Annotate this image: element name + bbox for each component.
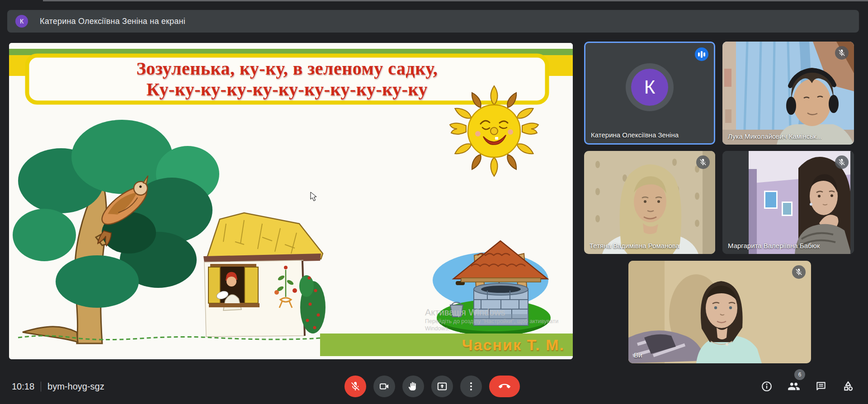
- windows-activation-watermark: Активація Windows Перейдіть до розділу "…: [425, 307, 573, 332]
- people-icon: [788, 380, 800, 393]
- slide-title-line2: Ку-ку-ку-ку-ку-ку-ку-ку-ку-ку-ку: [27, 79, 547, 100]
- mic-muted-icon: [696, 155, 710, 169]
- avatar-ring: К: [626, 63, 674, 111]
- clock: 10:18: [12, 381, 34, 392]
- participant-video: [584, 151, 715, 254]
- participant-name: Ви: [634, 351, 642, 359]
- participant-tile-tetiana[interactable]: Тетяна Вадимівна Романова: [584, 151, 715, 254]
- present-screen-button[interactable]: [431, 376, 453, 397]
- more-options-button[interactable]: [460, 376, 482, 397]
- chat-icon: [815, 381, 827, 392]
- screen-share-stage[interactable]: Зозуленька, ку-ку, в зеленому садку, Ку-…: [9, 43, 573, 359]
- slide-title: Зозуленька, ку-ку, в зеленому садку, Ку-…: [27, 58, 547, 100]
- participant-tile-katerina[interactable]: К Катерина Олексіївна Зеніна: [584, 42, 715, 145]
- mic-toggle-button[interactable]: [344, 376, 366, 397]
- participant-video: [628, 261, 811, 363]
- slide-title-line1: Зозуленька, ку-ку, в зеленому садку,: [27, 58, 547, 79]
- mic-muted-icon: [792, 265, 806, 279]
- avatar-letter: К: [644, 76, 655, 98]
- meeting-details-button[interactable]: [760, 380, 773, 393]
- slide-credit-text: Часник Т. М.: [462, 336, 565, 354]
- end-call-icon: [499, 381, 510, 392]
- presenter-avatar-letter: К: [20, 18, 24, 25]
- meeting-control-bar: 10:18 bym-hoyg-sgz: [0, 369, 868, 404]
- speaking-indicator-icon: [695, 47, 708, 61]
- google-meet-window: К Катерина Олексіївна Зеніна на екрані: [0, 0, 868, 404]
- participant-name: Тетяна Вадимівна Романова: [590, 242, 679, 249]
- participant-count-badge: 6: [794, 369, 805, 380]
- divider: [41, 381, 41, 391]
- slide-credit: Часник Т. М.: [320, 334, 573, 356]
- camera-toggle-button[interactable]: [373, 376, 395, 397]
- videocam-icon: [379, 381, 390, 392]
- activities-button[interactable]: [842, 380, 854, 393]
- raise-hand-button[interactable]: [402, 376, 424, 397]
- participant-name: Катерина Олексіївна Зеніна: [591, 131, 679, 139]
- mic-muted-icon: [835, 46, 849, 60]
- more-options-icon: [466, 381, 476, 392]
- participant-video: [722, 151, 854, 254]
- watermark-line2: Перейдіть до розділу "Настройки", щоб ак…: [425, 318, 573, 325]
- watermark-line1: Активація Windows: [425, 307, 573, 318]
- mic-off-icon: [350, 381, 361, 392]
- participants-button[interactable]: 6: [788, 380, 800, 393]
- participant-name: Маргарита Валеріївна Бабюк: [728, 242, 820, 249]
- avatar: К: [631, 69, 668, 106]
- raise-hand-icon: [408, 381, 419, 392]
- presenter-avatar: К: [15, 15, 28, 28]
- participant-video: [722, 42, 854, 145]
- watermark-line3: Windows.: [425, 325, 573, 332]
- activities-icon: [842, 380, 854, 393]
- info-icon: [761, 381, 773, 392]
- meeting-code: bym-hoyg-sgz: [47, 381, 104, 392]
- presenting-banner: К Катерина Олексіївна Зеніна на екрані: [7, 10, 859, 33]
- participant-name: Лука Миколайович Камінськ...: [728, 132, 822, 140]
- participant-tile-self[interactable]: Ви: [628, 261, 811, 363]
- window-top-edge: [43, 0, 868, 1]
- end-call-button[interactable]: [489, 376, 520, 397]
- chat-button[interactable]: [815, 380, 827, 393]
- presenting-banner-text: Катерина Олексіївна Зеніна на екрані: [40, 17, 185, 26]
- participant-tile-luka[interactable]: Лука Миколайович Камінськ...: [722, 42, 854, 145]
- participant-tile-marharyta[interactable]: Маргарита Валеріївна Бабюк: [722, 151, 854, 254]
- mic-muted-icon: [835, 155, 849, 169]
- present-screen-icon: [437, 381, 448, 392]
